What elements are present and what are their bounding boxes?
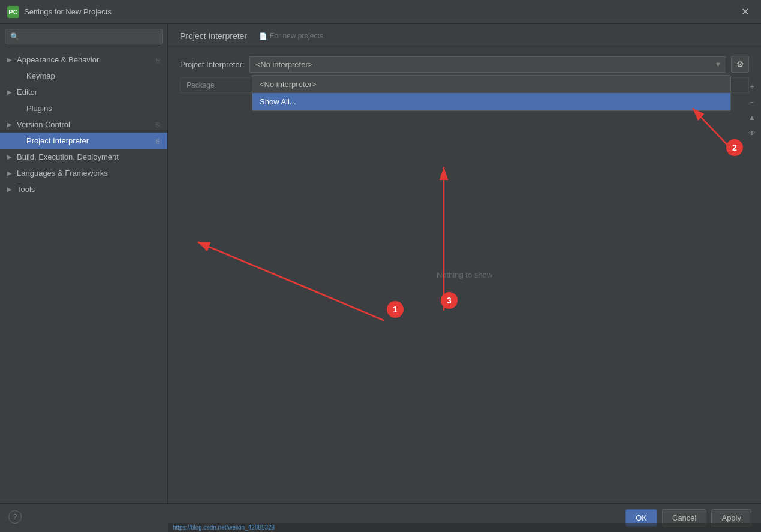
main-content: 🔍 ▶ Appearance & Behavior ⎘ Keymap ▶ Edi… — [0, 24, 761, 503]
interpreter-dropdown[interactable]: <No interpreter> Show All... — [252, 75, 731, 111]
dialog-title: Settings for New Projects — [24, 7, 736, 16]
watermark: https://blog.csdn.net/weixin_42885328 — [168, 523, 761, 532]
eye-button[interactable]: 👁 — [745, 127, 759, 140]
expand-arrow-icon: ▶ — [7, 89, 17, 95]
gear-icon: ⚙ — [736, 59, 744, 69]
remove-package-button[interactable]: － — [745, 95, 759, 109]
sidebar-item-label: Tools — [17, 185, 35, 194]
panel-body: Project Interpreter: <No interpreter> Sh… — [168, 46, 761, 503]
close-button[interactable]: ✕ — [736, 4, 754, 20]
expand-arrow-icon: ▶ — [7, 154, 17, 160]
panel-title: Project Interpreter — [180, 31, 247, 41]
expand-arrow-icon: ▶ — [7, 56, 17, 63]
sidebar-item-label: Keymap — [26, 71, 55, 80]
panel-subtitle: 📄 For new projects — [259, 32, 323, 40]
title-bar: PC Settings for New Projects ✕ — [0, 0, 761, 24]
sidebar-item-plugins[interactable]: Plugins — [0, 100, 167, 116]
annotation-3: 3 — [441, 292, 458, 309]
sidebar: 🔍 ▶ Appearance & Behavior ⎘ Keymap ▶ Edi… — [0, 24, 168, 503]
sidebar-item-editor[interactable]: ▶ Editor — [0, 84, 167, 100]
scroll-up-button[interactable]: ▲ — [745, 111, 759, 124]
dropdown-item-no-interpreter[interactable]: <No interpreter> — [252, 76, 730, 93]
sidebar-item-label: Build, Execution, Deployment — [17, 152, 119, 161]
right-panel: Project Interpreter 📄 For new projects P… — [168, 24, 761, 503]
dropdown-item-show-all[interactable]: Show All... — [252, 93, 730, 110]
expand-arrow-icon: ▶ — [7, 121, 17, 128]
annotation-2: 2 — [726, 139, 743, 156]
svg-line-3 — [693, 108, 732, 149]
search-box[interactable]: 🔍 — [5, 29, 163, 44]
svg-line-1 — [198, 242, 384, 321]
empty-message: Nothing to show — [437, 270, 492, 279]
expand-arrow-icon: ▶ — [7, 170, 17, 176]
sidebar-nav: ▶ Appearance & Behavior ⎘ Keymap ▶ Edito… — [0, 49, 167, 503]
sidebar-item-build-execution[interactable]: ▶ Build, Execution, Deployment — [0, 149, 167, 165]
sidebar-item-label: Project Interpreter — [26, 136, 89, 145]
sidebar-item-version-control[interactable]: ▶ Version Control ⎘ — [0, 116, 167, 133]
panel-header: Project Interpreter 📄 For new projects — [168, 24, 761, 46]
add-package-button[interactable]: ＋ — [745, 80, 759, 93]
copy-icon: ⎘ — [156, 121, 160, 128]
annotation-1: 1 — [387, 301, 404, 318]
app-icon: PC — [7, 6, 19, 18]
copy-icon: ⎘ — [156, 137, 160, 145]
expand-arrow-icon: ▶ — [7, 186, 17, 193]
action-buttons: ＋ － ▲ 👁 — [745, 80, 759, 140]
sidebar-item-label: Languages & Frameworks — [17, 169, 108, 178]
sidebar-item-label: Plugins — [26, 104, 52, 113]
interpreter-label: Project Interpreter: — [180, 60, 245, 69]
sidebar-item-languages[interactable]: ▶ Languages & Frameworks — [0, 165, 167, 181]
copy-icon: ⎘ — [156, 56, 160, 64]
doc-icon: 📄 — [259, 32, 267, 40]
sidebar-item-project-interpreter[interactable]: Project Interpreter ⎘ — [0, 133, 167, 149]
sidebar-item-tools[interactable]: ▶ Tools — [0, 181, 167, 197]
interpreter-row: Project Interpreter: <No interpreter> Sh… — [180, 56, 749, 73]
gear-button[interactable]: ⚙ — [731, 56, 749, 73]
interpreter-select-wrapper: <No interpreter> Show All... ▼ — [249, 56, 726, 73]
sidebar-item-label: Editor — [17, 88, 37, 97]
interpreter-select[interactable]: <No interpreter> Show All... — [249, 56, 726, 73]
search-icon: 🔍 — [10, 32, 19, 41]
sidebar-item-keymap[interactable]: Keymap — [0, 68, 167, 84]
sidebar-item-appearance[interactable]: ▶ Appearance & Behavior ⎘ — [0, 52, 167, 68]
sidebar-item-label: Version Control — [17, 120, 70, 129]
sidebar-item-label: Appearance & Behavior — [17, 55, 99, 64]
settings-dialog: PC Settings for New Projects ✕ 🔍 ▶ Appea… — [0, 0, 761, 532]
help-button[interactable]: ? — [8, 510, 22, 524]
